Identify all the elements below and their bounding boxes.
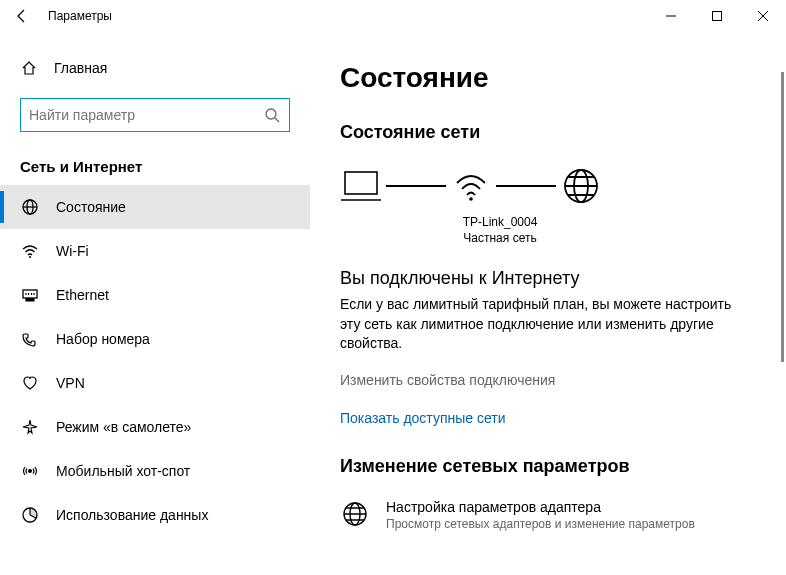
svg-point-4 [29, 256, 31, 258]
nav-item-airplane[interactable]: Режим «в самолете» [0, 405, 310, 449]
status-icon [20, 197, 40, 217]
svg-rect-5 [23, 290, 37, 298]
airplane-icon [20, 417, 40, 437]
connected-desc: Если у вас лимитный тарифный план, вы мо… [340, 295, 740, 354]
close-icon [758, 11, 768, 21]
back-button[interactable] [0, 0, 44, 32]
wifi-icon [20, 241, 40, 261]
nav-label: Состояние [56, 199, 126, 215]
svg-rect-0 [713, 12, 722, 21]
maximize-icon [712, 11, 722, 21]
nav-item-vpn[interactable]: VPN [0, 361, 310, 405]
network-diagram [340, 165, 756, 207]
adapter-settings-row[interactable]: Настройка параметров адаптера Просмотр с… [340, 499, 756, 551]
nav-label: Ethernet [56, 287, 109, 303]
window-title: Параметры [48, 9, 112, 23]
page-heading: Состояние [340, 62, 756, 94]
network-type: Частная сеть [440, 231, 560, 247]
content: Состояние Состояние сети TP-Link_0004 Ча… [310, 32, 786, 575]
section-title: Сеть и Интернет [0, 146, 310, 185]
nav-item-ethernet[interactable]: Ethernet [0, 273, 310, 317]
nav-label: Использование данных [56, 507, 208, 523]
adapter-globe-icon [340, 499, 370, 529]
svg-point-9 [469, 197, 473, 201]
computer-icon [340, 165, 382, 207]
home-label: Главная [54, 60, 107, 76]
sub-heading: Состояние сети [340, 122, 756, 143]
diagram-line [496, 185, 556, 187]
adapter-desc: Просмотр сетевых адаптеров и изменение п… [386, 517, 695, 531]
connected-title: Вы подключены к Интернету [340, 268, 756, 289]
nav-item-wifi[interactable]: Wi-Fi [0, 229, 310, 273]
data-usage-icon [20, 505, 40, 525]
close-button[interactable] [740, 0, 786, 32]
maximize-button[interactable] [694, 0, 740, 32]
nav-item-datausage[interactable]: Использование данных [0, 493, 310, 537]
home-icon [20, 60, 38, 76]
minimize-icon [666, 11, 676, 21]
home-link[interactable]: Главная [0, 52, 310, 84]
nav-item-status[interactable]: Состояние [0, 185, 310, 229]
adapter-title: Настройка параметров адаптера [386, 499, 695, 515]
titlebar: Параметры [0, 0, 786, 32]
minimize-button[interactable] [648, 0, 694, 32]
wifi-signal-icon [450, 165, 492, 207]
hotspot-icon [20, 461, 40, 481]
globe-icon [560, 165, 602, 207]
network-caption: TP-Link_0004 Частная сеть [440, 215, 560, 246]
nav-label: VPN [56, 375, 85, 391]
svg-point-6 [28, 469, 32, 473]
svg-point-1 [266, 109, 276, 119]
arrow-left-icon [14, 8, 30, 24]
change-connection-props-link[interactable]: Изменить свойства подключения [340, 372, 756, 388]
nav-label: Набор номера [56, 331, 150, 347]
network-name: TP-Link_0004 [440, 215, 560, 231]
diagram-line [386, 185, 446, 187]
nav-label: Мобильный хот-спот [56, 463, 190, 479]
nav-label: Режим «в самолете» [56, 419, 191, 435]
sidebar: Главная Сеть и Интернет Состояние Wi-Fi [0, 32, 310, 575]
vpn-icon [20, 373, 40, 393]
search-input-container[interactable] [20, 98, 290, 132]
search-input[interactable] [29, 107, 263, 123]
nav-item-hotspot[interactable]: Мобильный хот-спот [0, 449, 310, 493]
ethernet-icon [20, 285, 40, 305]
nav-label: Wi-Fi [56, 243, 89, 259]
nav-item-dialup[interactable]: Набор номера [0, 317, 310, 361]
dialup-icon [20, 329, 40, 349]
svg-rect-8 [345, 172, 377, 194]
nav-list: Состояние Wi-Fi Ethernet Набор номера [0, 185, 310, 537]
search-icon [263, 107, 281, 123]
show-available-networks-link[interactable]: Показать доступные сети [340, 410, 756, 426]
change-net-heading: Изменение сетевых параметров [340, 456, 756, 477]
scrollbar[interactable] [781, 72, 784, 362]
